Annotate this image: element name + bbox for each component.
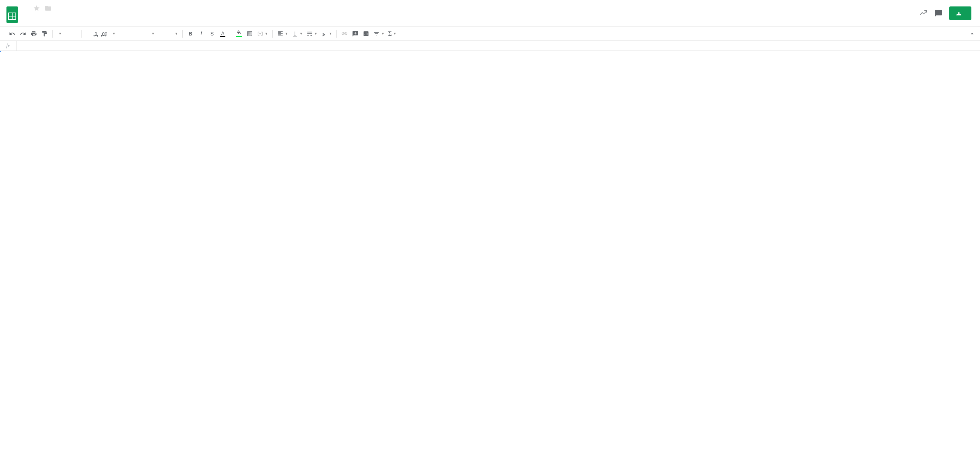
explore-trend-icon[interactable]: [919, 9, 928, 17]
borders-button[interactable]: [245, 29, 255, 39]
menu-insert[interactable]: [44, 17, 49, 20]
star-icon[interactable]: [33, 5, 40, 12]
fx-icon[interactable]: fx: [0, 41, 16, 51]
filter-button[interactable]: ▼: [372, 30, 386, 37]
document-title[interactable]: [24, 8, 29, 9]
insert-chart-button[interactable]: [361, 29, 371, 39]
menu-format[interactable]: [50, 17, 56, 20]
functions-button[interactable]: Σ▼: [387, 30, 398, 38]
font-family-select[interactable]: ▼: [123, 32, 156, 35]
zoom-select[interactable]: ▼: [56, 32, 79, 35]
italic-button[interactable]: I: [196, 29, 206, 39]
text-rotation-button[interactable]: ▼: [320, 30, 334, 37]
strikethrough-button[interactable]: S: [207, 29, 217, 39]
decrease-decimal-button[interactable]: .0: [92, 31, 99, 36]
title-row: [24, 3, 919, 14]
spreadsheet-grid[interactable]: [0, 51, 980, 462]
toolbar: ▼ .0 .00 ▼ ▼ ▼ B I S A ▼ ▼ ▼ ▼ ▼ ▼ Σ▼: [0, 27, 980, 41]
fill-color-button[interactable]: [234, 29, 244, 39]
menu-edit[interactable]: [31, 17, 37, 20]
bold-button[interactable]: B: [186, 29, 196, 39]
menu-data[interactable]: [57, 17, 62, 20]
logo-area: [3, 3, 22, 27]
text-wrap-button[interactable]: ▼: [305, 30, 319, 37]
sheets-logo-icon[interactable]: [5, 5, 19, 24]
redo-button[interactable]: [18, 29, 28, 39]
share-button[interactable]: [949, 6, 971, 20]
menu-file[interactable]: [24, 17, 30, 20]
menu-addons[interactable]: [70, 17, 75, 20]
header-actions: [919, 3, 977, 20]
text-color-button[interactable]: A: [218, 29, 228, 39]
font-size-select[interactable]: ▼: [162, 32, 180, 35]
drive-save-status[interactable]: [83, 17, 88, 20]
vertical-align-button[interactable]: ▼: [290, 30, 304, 37]
merge-cells-button[interactable]: ▼: [256, 30, 269, 37]
formula-bar: fx: [0, 41, 980, 51]
menu-help[interactable]: [76, 17, 82, 20]
move-folder-icon[interactable]: [45, 5, 52, 12]
title-menu-area: [22, 3, 919, 24]
horizontal-align-button[interactable]: ▼: [275, 30, 290, 37]
undo-button[interactable]: [7, 29, 17, 39]
insert-link-button[interactable]: [339, 29, 350, 39]
menu-tools[interactable]: [63, 17, 69, 20]
menu-bar: [24, 14, 919, 24]
print-button[interactable]: [29, 29, 39, 39]
increase-decimal-button[interactable]: .00: [99, 31, 109, 36]
insert-comment-button[interactable]: [350, 29, 360, 39]
paint-format-button[interactable]: [40, 29, 49, 39]
range-selection-marquee: [0, 51, 1, 52]
app-header: [0, 0, 980, 27]
toolbar-expand-button[interactable]: [967, 29, 977, 39]
number-format-select[interactable]: ▼: [110, 32, 117, 35]
menu-view[interactable]: [37, 17, 43, 20]
comments-icon[interactable]: [934, 9, 943, 17]
